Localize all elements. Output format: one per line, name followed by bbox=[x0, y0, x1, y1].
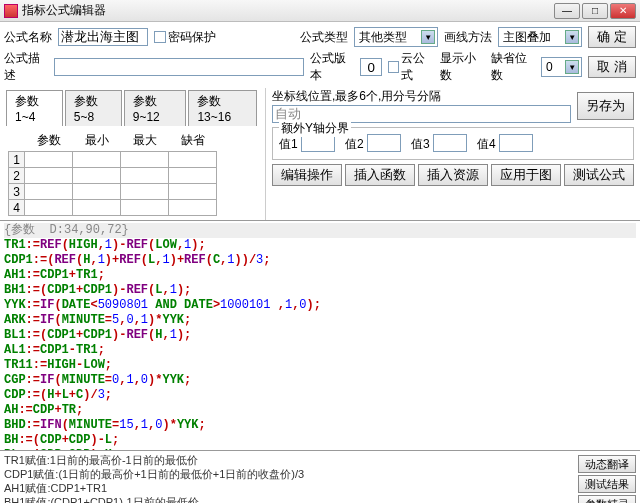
label-extray: 额外Y轴分界 bbox=[279, 120, 351, 137]
label-desc: 公式描述 bbox=[4, 50, 48, 84]
type-select[interactable]: 其他类型▼ bbox=[354, 27, 438, 47]
testfml-button[interactable]: 测试公式 bbox=[564, 164, 634, 186]
app-icon bbox=[4, 4, 18, 18]
tab-params-13-16[interactable]: 参数13~16 bbox=[188, 90, 257, 126]
decplaces-select[interactable]: 0▼ bbox=[541, 57, 582, 77]
cloud-checkbox[interactable]: 云公式 bbox=[388, 50, 434, 84]
insres-button[interactable]: 插入资源 bbox=[418, 164, 488, 186]
chevron-down-icon: ▼ bbox=[421, 30, 435, 44]
label-showdec: 显示小数 bbox=[440, 50, 484, 84]
ok-button[interactable]: 确 定 bbox=[588, 26, 636, 48]
label-type: 公式类型 bbox=[300, 29, 348, 46]
name-input[interactable] bbox=[58, 28, 148, 46]
extra-y-fieldset: 额外Y轴分界 值1 值2 值3 值4 bbox=[272, 127, 634, 160]
dyntrans-button[interactable]: 动态翻译 bbox=[578, 455, 636, 473]
maximize-button[interactable]: □ bbox=[582, 3, 608, 19]
label-drawmethod: 画线方法 bbox=[444, 29, 492, 46]
label-cloud: 云公式 bbox=[401, 50, 434, 84]
param-table: 参数最小最大缺省 1 2 3 4 bbox=[8, 130, 217, 216]
minimize-button[interactable]: — bbox=[554, 3, 580, 19]
tab-params-1-4[interactable]: 参数1~4 bbox=[6, 90, 63, 126]
label-version: 公式版本 bbox=[310, 50, 354, 84]
window-title: 指标公式编辑器 bbox=[22, 2, 554, 19]
code-editor[interactable]: {参数 D:34,90,72}TR1:=REF(HIGH,1)-REF(LOW,… bbox=[0, 220, 640, 450]
val2-input[interactable] bbox=[367, 134, 401, 152]
tab-params-5-8[interactable]: 参数5~8 bbox=[65, 90, 122, 126]
description-area: TR1赋值:1日前的最高价-1日前的最低价CDP1赋值:(1日前的最高价+1日前… bbox=[0, 451, 574, 503]
chevron-down-icon: ▼ bbox=[565, 60, 579, 74]
val3-input[interactable] bbox=[433, 134, 467, 152]
tab-params-9-12[interactable]: 参数9~12 bbox=[124, 90, 187, 126]
paramwiz-button[interactable]: 参数精灵 bbox=[578, 495, 636, 503]
password-checkbox[interactable]: 密码保护 bbox=[154, 29, 216, 46]
close-button[interactable]: ✕ bbox=[610, 3, 636, 19]
testres-button[interactable]: 测试结果 bbox=[578, 475, 636, 493]
label-crosspos: 坐标线位置,最多6个,用分号分隔 bbox=[272, 88, 571, 105]
label-name: 公式名称 bbox=[4, 29, 52, 46]
drawmethod-select[interactable]: 主图叠加▼ bbox=[498, 27, 582, 47]
applychart-button[interactable]: 应用于图 bbox=[491, 164, 561, 186]
param-cell[interactable] bbox=[25, 152, 73, 168]
label-decplaces: 缺省位数 bbox=[491, 50, 535, 84]
editop-button[interactable]: 编辑操作 bbox=[272, 164, 342, 186]
label-pwd: 密码保护 bbox=[168, 29, 216, 46]
cancel-button[interactable]: 取 消 bbox=[588, 56, 636, 78]
chevron-down-icon: ▼ bbox=[565, 30, 579, 44]
version-input[interactable] bbox=[360, 58, 382, 76]
saveas-button[interactable]: 另存为 bbox=[577, 92, 634, 120]
desc-input[interactable] bbox=[54, 58, 304, 76]
val4-input[interactable] bbox=[499, 134, 533, 152]
insfn-button[interactable]: 插入函数 bbox=[345, 164, 415, 186]
